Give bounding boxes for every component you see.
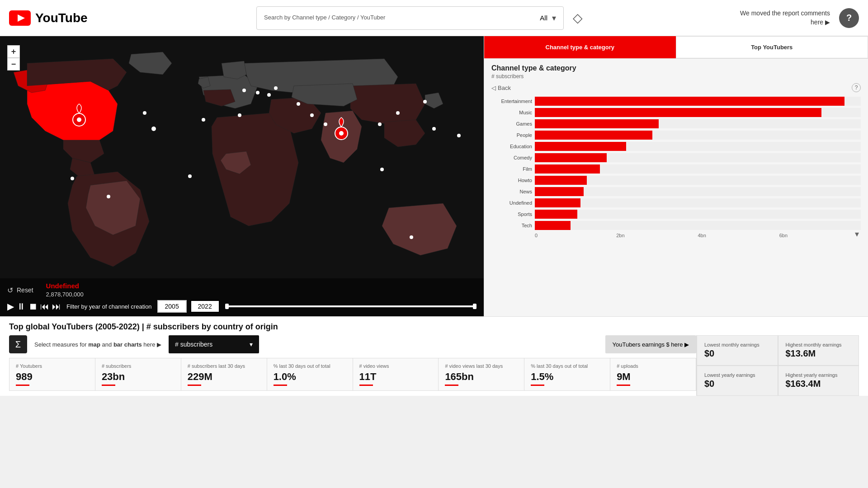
- right-panel: Channel type & category Top YouTubers Ch…: [484, 36, 868, 316]
- dropdown-chevron-icon: ▾: [250, 341, 253, 348]
- bar-label: News: [491, 189, 532, 194]
- earning-label: Lowest monthly earnings: [704, 342, 770, 347]
- tab-channel-type[interactable]: Channel type & category: [484, 36, 676, 58]
- stat-underline: [617, 385, 630, 386]
- china-country[interactable]: [350, 84, 425, 124]
- bar-fill: [535, 187, 584, 196]
- stat-value: 1.0%: [274, 371, 346, 383]
- stat-header: # video views: [359, 363, 432, 369]
- bar-row-entertainment[interactable]: Entertainment: [491, 97, 861, 106]
- bar-track: [535, 210, 861, 219]
- stat-underline: [359, 385, 373, 386]
- year-end-input[interactable]: [190, 300, 220, 313]
- panel-body: Channel type & category # subscribers ◁ …: [484, 59, 868, 316]
- pin-uk: [242, 89, 246, 92]
- pin-ru2: [274, 86, 278, 90]
- bar-row-education[interactable]: Education: [491, 142, 861, 151]
- stat-value: 9M: [617, 371, 689, 383]
- panel-tabs: Channel type & category Top YouTubers: [484, 36, 868, 59]
- world-map[interactable]: [0, 36, 484, 316]
- bar-row-comedy[interactable]: Comedy: [491, 153, 861, 162]
- bar-label: People: [491, 132, 532, 138]
- bar-row-music[interactable]: Music: [491, 108, 861, 117]
- bar-label: Entertainment: [491, 99, 532, 104]
- bar-row-news[interactable]: News: [491, 187, 861, 196]
- zoom-out-button[interactable]: −: [7, 58, 20, 70]
- stat-header: % last 30 days out of total: [531, 363, 604, 369]
- earnings-panel: Lowest monthly earnings $0 Highest month…: [696, 335, 859, 396]
- bar-chart: Entertainment Music Games People Educati…: [491, 97, 861, 230]
- earning-card-1: Highest monthly earnings $13.6M: [778, 335, 859, 366]
- tab-top-youtubers[interactable]: Top YouTubers: [676, 36, 868, 58]
- svg-point-6: [339, 131, 344, 136]
- bar-row-tech[interactable]: Tech: [491, 221, 861, 230]
- pin-aus: [410, 235, 413, 239]
- help-button[interactable]: ?: [839, 8, 859, 28]
- bar-row-sports[interactable]: Sports: [491, 210, 861, 219]
- bottom-content: Σ Select measures for map and bar charts…: [9, 335, 859, 396]
- youtube-logo-icon: [9, 10, 31, 26]
- bottom-title: Top global YouTubers (2005-2022) | # sub…: [9, 317, 859, 335]
- play-button[interactable]: ▶: [7, 301, 14, 312]
- stat-header: % last 30 days out of total: [274, 363, 346, 369]
- earnings-button[interactable]: YouTubers earnings $ here ▶: [605, 335, 696, 353]
- earnings-top-row: Lowest monthly earnings $0 Highest month…: [697, 335, 859, 366]
- measures-dropdown[interactable]: # subscribers ▾: [169, 335, 259, 353]
- bar-fill: [535, 131, 652, 140]
- bar-row-undefined[interactable]: Undefined: [491, 198, 861, 207]
- bar-fill: [535, 142, 626, 151]
- zoom-in-button[interactable]: +: [7, 45, 20, 58]
- year-start-input[interactable]: [157, 300, 187, 313]
- stat-cell-4: # video views 11T: [353, 358, 439, 390]
- earning-label: Highest yearly earnings: [786, 372, 852, 378]
- x-tick-6bn: 6bn: [779, 233, 861, 238]
- bottom-section: Top global YouTubers (2005-2022) | # sub…: [0, 316, 868, 396]
- reset-button[interactable]: Reset: [17, 286, 33, 294]
- stat-value: 989: [16, 371, 89, 383]
- bar-track: [535, 97, 861, 106]
- bar-track: [535, 187, 861, 196]
- forward-button[interactable]: ⏭: [52, 301, 61, 312]
- playback-controls: ▶ ⏸ ⏹ ⏮ ⏭: [7, 301, 61, 312]
- bar-row-people[interactable]: People: [491, 131, 861, 140]
- stat-cell-1: # subscribers 23bn: [95, 358, 181, 390]
- pin-pak: [324, 122, 327, 126]
- x-tick-4bn: 4bn: [698, 233, 779, 238]
- pin-egypt: [297, 102, 300, 106]
- scandinavia-country[interactable]: [222, 61, 246, 79]
- bar-row-games[interactable]: Games: [491, 119, 861, 128]
- search-value: All: [540, 14, 547, 22]
- search-box[interactable]: Search by Channel type / Category / YouT…: [256, 6, 564, 30]
- stop-button[interactable]: ⏹: [28, 301, 38, 312]
- bar-fill: [535, 221, 571, 230]
- stat-value: 23bn: [102, 371, 175, 383]
- pin-china: [396, 111, 400, 115]
- logo-text: YouTube: [35, 11, 88, 25]
- report-comments-text: We moved the report comments here ▶: [731, 9, 830, 27]
- stat-underline: [445, 385, 458, 386]
- year-slider[interactable]: [225, 305, 476, 307]
- bar-row-film[interactable]: Film: [491, 164, 861, 174]
- diamond-button[interactable]: ◇: [573, 10, 583, 25]
- rewind-button[interactable]: ⏮: [40, 301, 49, 312]
- scroll-down-icon[interactable]: ▾: [855, 229, 859, 239]
- bar-track: [535, 198, 861, 207]
- back-button[interactable]: ◁ Back: [491, 84, 511, 91]
- earning-card-3: Highest yearly earnings $163.4M: [778, 366, 859, 396]
- bar-track: [535, 164, 861, 174]
- pause-button[interactable]: ⏸: [17, 301, 26, 312]
- bar-track: [535, 176, 861, 185]
- pin-arg: [107, 195, 110, 198]
- pin-ru: [267, 93, 271, 97]
- chart-help-button[interactable]: ?: [852, 83, 861, 92]
- pin-saudi: [310, 113, 314, 117]
- stat-cell-6: % last 30 days out of total 1.5%: [524, 358, 610, 390]
- selected-country-value: 2,878,700,000: [46, 291, 84, 298]
- bar-track: [535, 108, 861, 117]
- stat-value: 11T: [359, 371, 432, 383]
- bar-row-howto[interactable]: Howto: [491, 176, 861, 185]
- earning-card-2: Lowest yearly earnings $0: [697, 366, 778, 396]
- sigma-button[interactable]: Σ: [9, 335, 27, 353]
- stat-underline: [102, 385, 115, 386]
- bar-track: [535, 131, 861, 140]
